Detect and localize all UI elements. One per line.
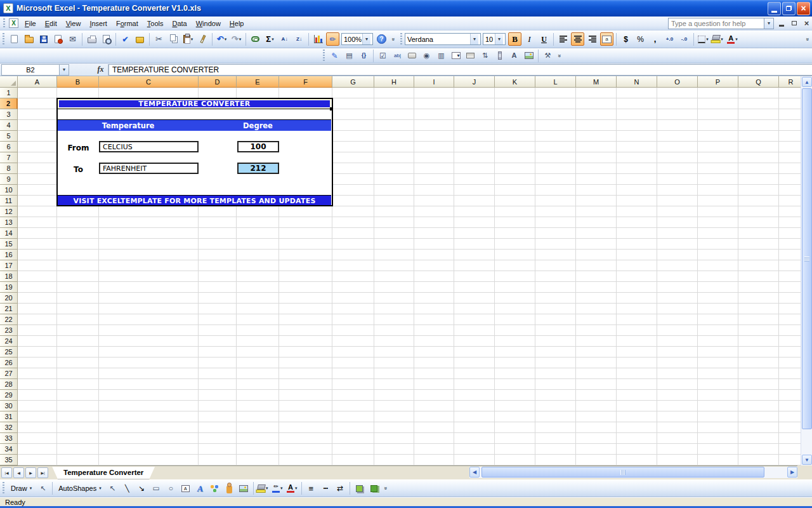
- row-header-19[interactable]: 19: [0, 282, 18, 293]
- align-right-button[interactable]: [586, 32, 599, 46]
- borders-button[interactable]: ▾: [697, 32, 710, 46]
- column-header-G[interactable]: G: [332, 76, 374, 88]
- row-header-12[interactable]: 12: [0, 206, 18, 217]
- row-header-28[interactable]: 28: [0, 379, 18, 390]
- check-box-button[interactable]: ☑: [376, 49, 390, 62]
- column-header-N[interactable]: N: [617, 76, 657, 88]
- size-dropdown-icon[interactable]: ▾: [495, 34, 503, 44]
- properties-button[interactable]: ▤: [343, 49, 356, 62]
- column-header-A[interactable]: A: [18, 76, 57, 88]
- column-header-M[interactable]: M: [576, 76, 617, 88]
- paste-button[interactable]: ▾: [181, 32, 195, 46]
- select-all-corner[interactable]: [0, 76, 18, 88]
- sheet-tab-temperature-converter[interactable]: Temperature Converter: [52, 467, 155, 479]
- first-sheet-button[interactable]: |◀: [1, 467, 12, 478]
- menu-data[interactable]: Data: [167, 17, 191, 30]
- view-code-button[interactable]: {}: [357, 49, 370, 62]
- menu-insert[interactable]: Insert: [85, 17, 112, 30]
- insert-function-icon[interactable]: fx: [93, 64, 108, 76]
- list-box-button[interactable]: ▥: [435, 49, 448, 62]
- column-header-O[interactable]: O: [657, 76, 698, 88]
- column-header-D[interactable]: D: [199, 76, 237, 88]
- insert-wordart-button[interactable]: A: [193, 482, 207, 495]
- toolbar-grip[interactable]: [323, 50, 325, 62]
- name-box-dropdown[interactable]: ▾: [60, 64, 69, 76]
- row-header-14[interactable]: 14: [0, 228, 18, 239]
- dash-style-button[interactable]: ┅: [319, 482, 332, 495]
- font-name-combo[interactable]: Verdana ▾: [405, 33, 481, 45]
- menu-window[interactable]: Window: [192, 17, 225, 30]
- currency-button[interactable]: $: [619, 32, 632, 46]
- underline-button[interactable]: U: [537, 32, 551, 46]
- cut-button[interactable]: ✂: [152, 32, 166, 46]
- menu-format[interactable]: Format: [112, 17, 143, 30]
- print-button[interactable]: [85, 32, 98, 46]
- open-button[interactable]: [22, 32, 36, 46]
- comma-button[interactable]: ,: [648, 32, 662, 46]
- last-sheet-button[interactable]: ▶|: [37, 467, 48, 478]
- arrow-style-button[interactable]: ⇄: [334, 482, 347, 495]
- doc-close-button[interactable]: ×: [801, 18, 812, 29]
- toolbar-options-button[interactable]: »: [555, 49, 564, 63]
- row-header-23[interactable]: 23: [0, 325, 18, 336]
- format-painter-button[interactable]: [196, 32, 209, 46]
- merge-and-center-button[interactable]: a: [600, 32, 613, 46]
- more-controls-button[interactable]: ⚒: [541, 49, 554, 62]
- column-header-J[interactable]: J: [454, 76, 495, 88]
- font-dropdown-icon[interactable]: ▾: [470, 34, 478, 44]
- research-button[interactable]: [133, 32, 147, 46]
- column-header-P[interactable]: P: [698, 76, 738, 88]
- row-header-11[interactable]: 11: [0, 196, 18, 206]
- row-header-33[interactable]: 33: [0, 433, 18, 444]
- help-button[interactable]: ?: [375, 32, 388, 46]
- draw-menu-button[interactable]: Draw ▾: [7, 482, 36, 495]
- spin-button-button[interactable]: ⇅: [478, 49, 492, 62]
- vertical-scroll-thumb[interactable]: [802, 88, 812, 429]
- row-header-2[interactable]: 2: [0, 98, 18, 109]
- email-button[interactable]: ✉: [66, 32, 79, 46]
- row-header-26[interactable]: 26: [0, 358, 18, 368]
- formula-input[interactable]: TEMPERATURE CONVERTER: [108, 64, 812, 76]
- restore-button[interactable]: [782, 2, 796, 15]
- label-button[interactable]: A: [508, 49, 521, 62]
- toolbar-options-button[interactable]: »: [803, 32, 812, 46]
- draw-fill-color-button[interactable]: ▾: [256, 482, 270, 495]
- column-header-F[interactable]: F: [279, 76, 332, 88]
- zoom-combo[interactable]: 100% ▾: [341, 33, 373, 45]
- column-header-R[interactable]: R: [779, 76, 801, 88]
- row-header-29[interactable]: 29: [0, 390, 18, 401]
- shadow-style-button[interactable]: [353, 482, 366, 495]
- horizontal-scrollbar[interactable]: ◀ ▶: [469, 467, 797, 478]
- percent-button[interactable]: %: [634, 32, 647, 46]
- text-box-button[interactable]: ab|: [391, 49, 404, 62]
- line-button[interactable]: ╲: [121, 482, 134, 495]
- row-header-15[interactable]: 15: [0, 239, 18, 250]
- decrease-decimal-button[interactable]: -.0: [678, 32, 691, 46]
- row-header-1[interactable]: 1: [0, 88, 18, 98]
- scroll-bar-button[interactable]: [493, 49, 506, 62]
- row-header-30[interactable]: 30: [0, 401, 18, 411]
- row-header-17[interactable]: 17: [0, 260, 18, 271]
- row-header-32[interactable]: 32: [0, 422, 18, 433]
- new-button[interactable]: [8, 32, 21, 46]
- help-question-input[interactable]: Type a question for help: [668, 18, 764, 29]
- copy-button[interactable]: [167, 32, 180, 46]
- column-header-H[interactable]: H: [374, 76, 414, 88]
- column-header-E[interactable]: E: [237, 76, 279, 88]
- row-header-25[interactable]: 25: [0, 347, 18, 358]
- insert-clip-art-button[interactable]: [223, 482, 236, 495]
- column-header-C[interactable]: C: [99, 76, 199, 88]
- italic-button[interactable]: I: [523, 32, 536, 46]
- close-button[interactable]: ×: [797, 2, 810, 15]
- toolbar-grip[interactable]: [3, 18, 5, 29]
- menu-edit[interactable]: Edit: [41, 17, 62, 30]
- sort-descending-button[interactable]: Z↓: [292, 32, 306, 46]
- bold-button[interactable]: B: [508, 32, 521, 46]
- arrow-button[interactable]: ↘: [135, 482, 148, 495]
- select-objects-button[interactable]: ↖: [36, 482, 49, 495]
- insert-hyperlink-button[interactable]: [249, 32, 262, 46]
- vertical-scrollbar[interactable]: ▲ ▼: [801, 76, 812, 465]
- zoom-dropdown-icon[interactable]: ▾: [362, 34, 370, 44]
- doc-restore-button[interactable]: [789, 18, 799, 29]
- draw-font-color-button[interactable]: A▾: [285, 482, 299, 495]
